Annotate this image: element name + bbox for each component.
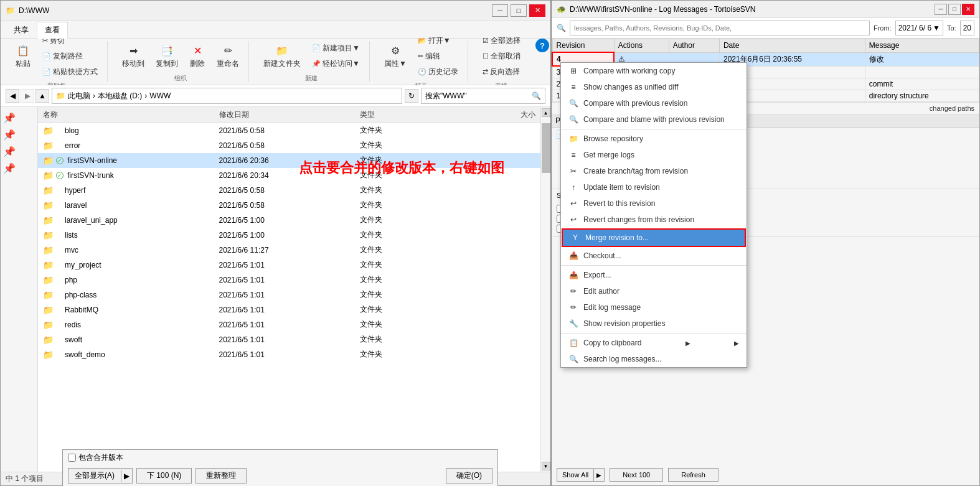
copy-path-button[interactable]: 📄 复制路径 — [38, 49, 102, 63]
menu-item-icon: ✏ — [568, 302, 578, 312]
list-item[interactable]: 📁 hyperf 2021/6/5 0:58 文件夹 — [38, 183, 540, 198]
new-folder-button[interactable]: 📁 新建文件夹 — [259, 41, 305, 72]
show-all-dropdown-arrow[interactable]: ▶ — [593, 469, 604, 481]
list-item[interactable]: 📁 laravel_uni_app 2021/6/5 1:00 文件夹 — [38, 213, 540, 228]
menu-item[interactable]: ≡ Show changes as unified diff — [561, 79, 747, 95]
list-item[interactable]: 📁 mvc 2021/6/6 11:27 文件夹 — [38, 243, 540, 258]
edit-button[interactable]: ✏ 编辑 — [413, 49, 463, 63]
svn-from-date[interactable]: 2021/ 6/ 6 ▼ — [895, 21, 943, 35]
menu-item[interactable]: ✂ Create branch/tag from revision — [561, 163, 747, 179]
menu-item[interactable]: 🔍 Compare with previous revision — [561, 95, 747, 111]
scrollbar[interactable]: ▲ ▼ — [540, 107, 550, 472]
folder-icon: 📁 — [43, 290, 54, 300]
list-item[interactable]: 📁 php-class 2021/6/5 1:01 文件夹 — [38, 287, 540, 302]
menu-item[interactable]: 🔍 Search log messages... — [561, 351, 747, 367]
list-item[interactable]: 📁 blog 2021/6/5 0:58 文件夹 — [38, 123, 540, 138]
col-header-type[interactable]: 类型 — [360, 110, 466, 120]
delete-button[interactable]: ✕ 删除 — [185, 41, 210, 72]
show-all-arrow[interactable]: ▶ — [121, 470, 132, 482]
include-merged-checkbox[interactable] — [68, 454, 76, 462]
col-date[interactable]: Date — [719, 39, 865, 53]
menu-item[interactable]: 📤 Export... — [561, 267, 747, 283]
help-button[interactable]: ? — [535, 39, 549, 52]
menu-item[interactable]: 🔧 Show revision properties — [561, 315, 747, 332]
menu-item[interactable]: 🔍 Compare and blame with previous revisi… — [561, 111, 747, 128]
list-item[interactable]: 📁 error 2021/6/5 0:58 文件夹 — [38, 138, 540, 153]
col-message[interactable]: Message — [865, 39, 979, 53]
refresh-address-button[interactable]: ↻ — [405, 89, 418, 103]
svn-search-input[interactable] — [570, 21, 870, 35]
list-item[interactable]: 📁 laravel 2021/6/5 0:58 文件夹 — [38, 198, 540, 213]
col-actions[interactable]: Actions — [614, 39, 669, 53]
list-item[interactable]: 📁 my_project 2021/6/5 1:01 文件夹 — [38, 258, 540, 273]
include-merged-checkbox-label[interactable]: 包含合并版本 — [68, 452, 123, 463]
select-none-button[interactable]: ☐ 全部取消 — [478, 49, 525, 63]
move-to-button[interactable]: ➡ 移动到 — [118, 41, 149, 72]
menu-item[interactable]: 📥 Checkout... — [561, 248, 747, 264]
svn-minimize-button[interactable]: ─ — [935, 4, 947, 15]
back-button[interactable]: ◀ — [6, 89, 19, 103]
invert-select-button[interactable]: ⇄ 反向选择 — [478, 65, 525, 79]
svn-next-100-button[interactable]: Next 100 — [610, 468, 663, 482]
copy-to-button[interactable]: 📑 复制到 — [151, 41, 182, 72]
pin-icon-3[interactable]: 📌 — [3, 146, 35, 157]
list-item[interactable]: 📁 redis 2021/6/5 1:01 文件夹 — [38, 317, 540, 332]
next-100-btn[interactable]: 下 100 (N) — [136, 468, 192, 484]
menu-item[interactable]: ✏ Edit author — [561, 283, 747, 299]
easy-access-button[interactable]: 📌 轻松访问▼ — [308, 57, 364, 71]
col-revision[interactable]: Revision — [552, 39, 614, 53]
svn-to-date[interactable]: 20 — [960, 21, 974, 35]
up-button[interactable]: ▲ — [35, 89, 49, 103]
list-item[interactable]: 📁 RabbitMQ 2021/6/5 1:01 文件夹 — [38, 302, 540, 317]
svn-table-head: Revision Actions Author Date Message — [552, 39, 979, 53]
svn-search-bar: 🔍 From: 2021/ 6/ 6 ▼ To: 20 — [552, 18, 979, 39]
menu-item[interactable]: ↩ Revert to this revision — [561, 195, 747, 212]
menu-item[interactable]: ↩ Revert changes from this revision — [561, 212, 747, 228]
menu-item[interactable]: Y Merge revision to... — [562, 228, 746, 247]
minimize-button[interactable]: ─ — [492, 4, 508, 17]
svn-maximize-button[interactable]: □ — [948, 4, 961, 15]
history-button[interactable]: 🕐 历史记录 — [413, 65, 463, 79]
list-item[interactable]: 📁 lists 2021/6/5 1:00 文件夹 — [38, 228, 540, 243]
show-all-dropdown[interactable]: 全部显示(A) ▶ — [68, 468, 133, 484]
menu-item[interactable]: 📋 Copy to clipboard ▶ ▶ — [561, 335, 747, 351]
open-button[interactable]: 📂 打开▼ — [413, 34, 463, 48]
menu-item[interactable]: ≡ Get merge logs — [561, 147, 747, 163]
menu-item[interactable]: ⊞ Compare with working copy — [561, 63, 747, 79]
col-header-size[interactable]: 大小 — [465, 110, 535, 120]
maximize-button[interactable]: □ — [511, 4, 527, 17]
svn-close-button[interactable]: ✕ — [962, 4, 974, 15]
forward-button[interactable]: ▶ — [21, 89, 34, 103]
scroll-down[interactable]: ▼ — [542, 462, 550, 470]
list-item[interactable]: 📁 swoft_demo 2021/6/5 1:01 文件夹 — [38, 347, 540, 362]
tab-view[interactable]: 查看 — [37, 22, 68, 39]
col-author[interactable]: Author — [669, 39, 719, 53]
properties-button[interactable]: ⚙ 属性▼ — [380, 41, 411, 72]
paste-button[interactable]: 📋 粘贴 — [11, 41, 35, 72]
svn-refresh-button[interactable]: Refresh — [668, 468, 719, 482]
reset-btn[interactable]: 重新整理 — [196, 468, 247, 484]
list-item[interactable]: 📁 swoft 2021/6/5 1:01 文件夹 — [38, 332, 540, 347]
ok-btn[interactable]: 确定(O) — [446, 468, 492, 484]
scroll-up[interactable]: ▲ — [542, 108, 550, 117]
explorer-title-bar: 📁 D:\WWW ─ □ ✕ — [1, 1, 550, 21]
col-header-date[interactable]: 修改日期 — [219, 110, 360, 120]
col-header-name[interactable]: 名称 — [43, 110, 219, 120]
pin-icon-2[interactable]: 📌 — [3, 129, 35, 141]
file-name: hyperf — [65, 186, 85, 195]
list-item[interactable]: 📁 php 2021/6/5 1:01 文件夹 — [38, 273, 540, 287]
pin-icon-1[interactable]: 📌 — [3, 112, 35, 124]
close-button[interactable]: ✕ — [529, 4, 545, 17]
pin-icon-4[interactable]: 📌 — [3, 162, 35, 174]
address-search[interactable]: 搜索"WWW" 🔍 — [421, 88, 545, 104]
address-path[interactable]: 📁 此电脑 › 本地磁盘 (D:) › WWW — [52, 88, 402, 104]
select-all-button[interactable]: ☑ 全部选择 — [478, 34, 525, 48]
menu-item[interactable]: 📁 Browse repository — [561, 131, 747, 147]
menu-item[interactable]: ↑ Update item to revision — [561, 179, 747, 195]
menu-item[interactable]: ✏ Edit log message — [561, 299, 747, 315]
paste-shortcut-button[interactable]: 📄 粘贴快捷方式 — [38, 65, 102, 79]
new-item-button[interactable]: 📄 新建项目▼ — [308, 41, 364, 55]
rename-button[interactable]: ✏ 重命名 — [212, 41, 243, 72]
svn-show-all-dropdown[interactable]: Show All ▶ — [557, 468, 605, 482]
scroll-thumb[interactable] — [542, 123, 550, 173]
